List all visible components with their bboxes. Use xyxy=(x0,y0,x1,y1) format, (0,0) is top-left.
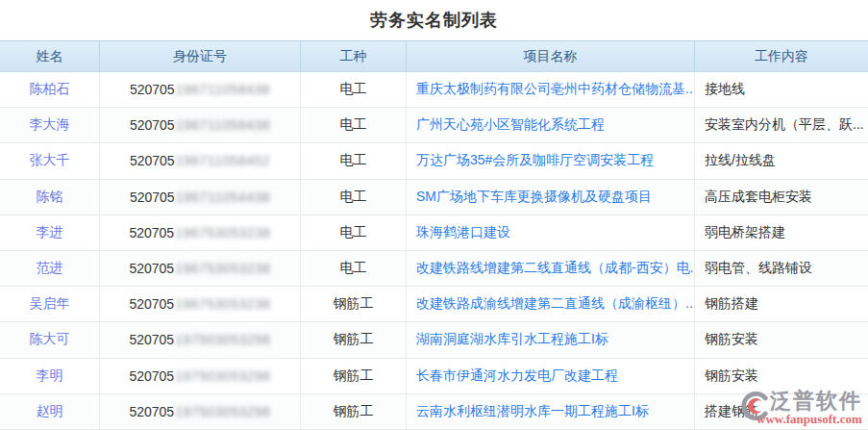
id-number-cell: 520705 196753053238 xyxy=(100,251,301,286)
page-title: 劳务实名制列表 xyxy=(370,9,498,32)
worker-name-cell: 陈铭 xyxy=(0,180,100,215)
project-name-cell: 珠海鹤港口建设 xyxy=(407,215,695,250)
project-name-cell: 改建铁路成渝线增建第二直通线（成渝枢纽）... xyxy=(407,287,695,321)
id-number-prefix: 520705 xyxy=(130,153,175,168)
id-number-cell: 520705 196711054438 xyxy=(100,180,301,215)
worker-name-cell: 张大千 xyxy=(0,143,100,178)
labor-realname-table: 姓名 身份证号 工种 项目名称 工作内容 陈柏石 520705 19671105… xyxy=(0,40,868,430)
project-name-cell: 改建铁路线增建第二线直通线（成都-西安）电... xyxy=(407,251,695,286)
worker-name-link[interactable]: 张大千 xyxy=(30,152,70,169)
project-name-link[interactable]: 湖南洞庭湖水库引水工程施工I标 xyxy=(416,331,608,348)
id-number-cell: 520705 196711058438 xyxy=(100,108,301,142)
id-number-masked: 196711058452 xyxy=(176,153,270,168)
project-name-link[interactable]: 珠海鹤港口建设 xyxy=(416,224,510,241)
project-name-cell: 长春市伊通河水力发电厂改建工程 xyxy=(407,359,695,393)
worktype-cell: 电工 xyxy=(301,251,407,286)
project-name-link[interactable]: 广州天心苑小区智能化系统工程 xyxy=(416,116,605,134)
column-header-workcontent: 工作内容 xyxy=(695,41,868,71)
worker-name-cell: 赵明 xyxy=(0,394,100,429)
project-name-cell: 重庆太极制药有限公司亳州中药材仓储物流基... xyxy=(407,72,695,107)
id-number-cell: 520705 197503053298 xyxy=(100,322,301,357)
table-row: 陈柏石 520705 196711058438 电工 重庆太极制药有限公司亳州中… xyxy=(0,72,868,108)
project-name-link[interactable]: SM广场地下车库更换摄像机及硬盘项目 xyxy=(416,189,652,206)
worker-name-cell: 李大海 xyxy=(0,108,100,142)
work-content-cell: 钢筋搭建 xyxy=(695,287,868,321)
worker-name-cell: 陈柏石 xyxy=(0,72,100,107)
project-name-link[interactable]: 长春市伊通河水力发电厂改建工程 xyxy=(416,367,618,385)
table-row: 陈铭 520705 196711054438 电工 SM广场地下车库更换摄像机及… xyxy=(0,180,868,215)
id-number-cell: 520705 196711058438 xyxy=(100,72,301,107)
id-number-prefix: 520705 xyxy=(129,332,174,347)
id-number-cell: 520705 196753053238 xyxy=(100,287,301,321)
table-row: 张大千 520705 196711058452 电工 万达广场35#会所及咖啡厅… xyxy=(0,143,868,179)
id-number-masked: 196753053238 xyxy=(175,225,270,240)
worker-name-link[interactable]: 陈柏石 xyxy=(30,81,70,98)
id-number-prefix: 520705 xyxy=(130,82,175,97)
worktype-cell: 电工 xyxy=(301,215,407,250)
id-number-prefix: 520705 xyxy=(129,261,174,276)
table-header-row: 姓名 身份证号 工种 项目名称 工作内容 xyxy=(0,40,868,72)
project-name-link[interactable]: 改建铁路线增建第二线直通线（成都-西安）电... xyxy=(416,260,695,277)
table-row: 李明 520705 197503053298 钢筋工 长春市伊通河水力发电厂改建… xyxy=(0,359,868,394)
worktype-cell: 电工 xyxy=(301,108,407,142)
worktype-cell: 钢筋工 xyxy=(301,359,407,393)
worker-name-link[interactable]: 吴启年 xyxy=(30,295,70,313)
id-number-masked: 196711058438 xyxy=(176,82,270,97)
id-number-prefix: 520705 xyxy=(129,296,174,312)
worker-name-link[interactable]: 赵明 xyxy=(37,403,63,420)
table-row: 吴启年 520705 196753053238 钢筋工 改建铁路成渝线增建第二直… xyxy=(0,287,868,322)
work-content-cell: 钢筋安装 xyxy=(695,322,868,357)
id-number-cell: 520705 196711058452 xyxy=(100,143,301,178)
id-number-prefix: 520705 xyxy=(129,225,174,240)
work-content-cell: 弱电桥架搭建 xyxy=(695,215,868,250)
work-content-cell: 弱电管、线路铺设 xyxy=(695,251,868,286)
id-number-masked: 196711058438 xyxy=(176,117,270,133)
worker-name-cell: 李明 xyxy=(0,359,100,393)
worker-name-link[interactable]: 李明 xyxy=(37,367,63,385)
labor-realname-page: 劳务实名制列表 姓名 身份证号 工种 项目名称 工作内容 陈柏石 520705 … xyxy=(0,0,868,430)
id-number-prefix: 520705 xyxy=(130,190,175,205)
project-name-cell: 广州天心苑小区智能化系统工程 xyxy=(407,108,695,142)
worker-name-link[interactable]: 范进 xyxy=(37,260,63,277)
worktype-cell: 钢筋工 xyxy=(301,394,407,429)
id-number-cell: 520705 197503053298 xyxy=(100,359,301,393)
project-name-link[interactable]: 云南水利枢纽潜明水库一期工程施工I标 xyxy=(416,403,649,420)
column-header-idnumber: 身份证号 xyxy=(100,41,301,71)
worktype-cell: 电工 xyxy=(301,143,407,178)
work-content-cell: 接地线 xyxy=(695,72,868,107)
id-number-prefix: 520705 xyxy=(130,117,175,133)
worker-name-link[interactable]: 陈铭 xyxy=(37,189,63,206)
work-content-cell: 安装室内分机（平层、跃... xyxy=(695,108,868,142)
id-number-cell: 520705 196753053238 xyxy=(100,215,301,250)
project-name-cell: 万达广场35#会所及咖啡厅空调安装工程 xyxy=(407,143,695,178)
worker-name-link[interactable]: 李大海 xyxy=(30,116,70,134)
id-number-masked: 196753053238 xyxy=(175,296,270,312)
id-number-masked: 197503053298 xyxy=(175,332,270,347)
work-content-cell: 钢筋安装 xyxy=(695,359,868,393)
worktype-cell: 电工 xyxy=(301,180,407,215)
work-content-cell: 拉线/拉线盘 xyxy=(695,143,868,178)
id-number-masked: 197503053298 xyxy=(175,404,270,419)
id-number-masked: 196711054438 xyxy=(176,190,270,205)
id-number-prefix: 520705 xyxy=(129,368,174,384)
project-name-link[interactable]: 改建铁路成渝线增建第二直通线（成渝枢纽）... xyxy=(416,295,695,313)
id-number-cell: 520705 197503053298 xyxy=(100,394,301,429)
worker-name-link[interactable]: 李进 xyxy=(37,224,63,241)
id-number-masked: 197503053298 xyxy=(175,368,270,384)
project-name-link[interactable]: 重庆太极制药有限公司亳州中药材仓储物流基... xyxy=(416,81,695,98)
project-name-cell: 云南水利枢纽潜明水库一期工程施工I标 xyxy=(407,394,695,429)
worker-name-link[interactable]: 陈大可 xyxy=(30,331,70,348)
worktype-cell: 钢筋工 xyxy=(301,287,407,321)
worker-name-cell: 陈大可 xyxy=(0,322,100,357)
worker-name-cell: 李进 xyxy=(0,215,100,250)
worktype-cell: 钢筋工 xyxy=(301,322,407,357)
worker-name-cell: 范进 xyxy=(0,251,100,286)
project-name-link[interactable]: 万达广场35#会所及咖啡厅空调安装工程 xyxy=(416,152,654,169)
table-row: 李进 520705 196753053238 电工 珠海鹤港口建设 弱电桥架搭建 xyxy=(0,215,868,251)
column-header-worktype: 工种 xyxy=(301,41,407,71)
table-row: 范进 520705 196753053238 电工 改建铁路线增建第二线直通线（… xyxy=(0,251,868,287)
table-body: 陈柏石 520705 196711058438 电工 重庆太极制药有限公司亳州中… xyxy=(0,72,868,430)
project-name-cell: 湖南洞庭湖水库引水工程施工I标 xyxy=(407,322,695,357)
id-number-masked: 196753053238 xyxy=(175,261,270,276)
work-content-cell: 搭建钢筋 xyxy=(695,394,868,429)
